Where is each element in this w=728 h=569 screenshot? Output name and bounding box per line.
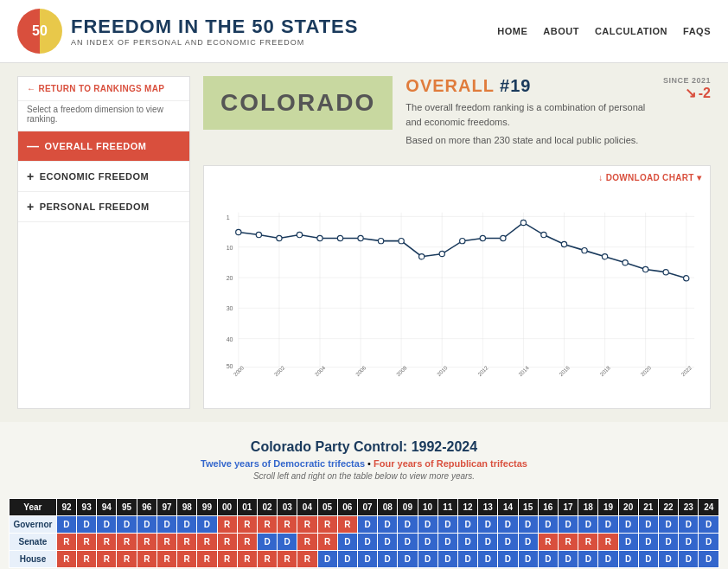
year-header-17: 17	[558, 498, 578, 515]
svg-point-50	[520, 220, 526, 225]
year-header-16: 16	[538, 498, 558, 515]
party-cell: D	[418, 515, 437, 533]
overall-desc1: The overall freedom ranking is a combina…	[406, 100, 650, 129]
party-cell: R	[117, 550, 137, 567]
party-cell: R	[278, 550, 297, 567]
sidebar-item-economic[interactable]: + ECONOMIC FREEDOM	[18, 162, 189, 192]
party-cell: D	[357, 515, 377, 533]
svg-text:2016: 2016	[558, 364, 571, 377]
party-cell: D	[679, 550, 699, 567]
party-cell: D	[658, 515, 678, 533]
party-cell: D	[398, 533, 418, 550]
svg-text:2018: 2018	[598, 364, 611, 377]
sidebar-item-personal[interactable]: + PERSONAL FREEDOM	[18, 192, 189, 222]
nav-links: HOME ABOUT CALCULATION FAQS	[497, 26, 711, 36]
party-cell: D	[658, 550, 678, 567]
svg-point-51	[541, 232, 546, 237]
svg-point-54	[602, 253, 607, 259]
nav-home[interactable]: HOME	[497, 26, 527, 36]
svg-point-55	[623, 259, 628, 265]
party-cell: R	[156, 550, 176, 567]
party-cell: D	[457, 533, 477, 550]
nav-about[interactable]: ABOUT	[543, 26, 579, 36]
party-cell: D	[418, 533, 437, 550]
year-header-06: 06	[337, 498, 357, 515]
overall-desc2: Based on more than 230 state and local p…	[406, 133, 650, 148]
party-cell: R	[77, 550, 97, 567]
party-cell: D	[699, 533, 719, 550]
party-cell: D	[638, 533, 658, 550]
party-cell: R	[337, 515, 357, 533]
party-cell: D	[578, 550, 598, 567]
sidebar-overall-label: OVERALL FREEDOM	[45, 141, 147, 151]
svg-text:2010: 2010	[436, 364, 449, 377]
party-cell: R	[538, 533, 558, 550]
party-cell: R	[237, 533, 257, 550]
nav-calculation[interactable]: CALCULATION	[595, 26, 667, 36]
svg-text:2020: 2020	[639, 364, 652, 377]
row-label-senate: Senate	[10, 533, 57, 550]
party-cell: R	[56, 533, 76, 550]
state-header: COLORADO OVERALL #19 The overall freedom…	[203, 76, 711, 157]
party-cell: D	[518, 515, 538, 533]
party-cell: D	[679, 515, 699, 533]
svg-point-45	[419, 253, 425, 259]
party-cell: R	[97, 550, 117, 567]
site-subtitle: AN INDEX OF PERSONAL AND ECONOMIC FREEDO…	[71, 38, 358, 47]
party-cell: D	[558, 515, 578, 533]
party-cell: R	[237, 550, 257, 567]
year-header-14: 14	[498, 498, 518, 515]
party-cell: D	[378, 515, 398, 533]
since-value: ↘ -2	[663, 85, 711, 101]
year-header-96: 96	[137, 498, 156, 515]
sidebar-item-overall[interactable]: — OVERALL FREEDOM	[18, 131, 189, 162]
party-cell: D	[117, 515, 137, 533]
top-nav: 50 FREEDOM IN THE 50 STATES AN INDEX OF …	[0, 0, 728, 63]
party-cell: D	[457, 550, 477, 567]
party-cell: R	[578, 533, 598, 550]
svg-point-47	[460, 238, 465, 243]
party-cell: R	[317, 515, 337, 533]
download-chart-button[interactable]: ↓ DOWNLOAD CHART ▾	[598, 173, 701, 182]
party-cell: D	[56, 515, 76, 533]
svg-point-41	[337, 235, 342, 240]
party-cell: D	[278, 533, 297, 550]
nav-faqs[interactable]: FAQS	[683, 26, 711, 36]
sidebar-personal-label: PERSONAL FREEDOM	[40, 201, 150, 212]
bullet-separator: •	[367, 458, 374, 469]
year-header-94: 94	[97, 498, 117, 515]
svg-text:2008: 2008	[395, 364, 408, 377]
party-cell: R	[558, 533, 578, 550]
party-cell: R	[297, 533, 317, 550]
party-cell: R	[297, 515, 317, 533]
svg-point-46	[439, 251, 444, 256]
party-cell: D	[618, 533, 638, 550]
svg-point-57	[663, 269, 668, 274]
svg-point-42	[358, 235, 363, 240]
since-label: SINCE 2021	[663, 76, 711, 85]
table-row: GovernorDDDDDDDDRRRRRRRDDDDDDDDDDDDDDDDD…	[10, 515, 719, 533]
party-cell: D	[418, 550, 437, 567]
party-cell: D	[518, 550, 538, 567]
party-cell: D	[378, 533, 398, 550]
party-cell: D	[478, 515, 498, 533]
svg-point-48	[480, 235, 485, 240]
year-header-01: 01	[237, 498, 257, 515]
rep-label: Four years of Republican trifectas	[374, 458, 527, 469]
svg-point-43	[378, 238, 383, 243]
party-cell: D	[538, 515, 558, 533]
party-cell: D	[618, 515, 638, 533]
return-to-rankings-link[interactable]: ← RETURN TO RANKINGS MAP	[27, 84, 164, 93]
svg-point-36	[236, 229, 241, 234]
party-scroll-note: Scroll left and right on the table below…	[17, 471, 711, 481]
svg-text:2014: 2014	[517, 364, 530, 377]
party-subtitle: Twelve years of Democratic trifectas • F…	[17, 458, 711, 469]
party-cell: D	[97, 515, 117, 533]
party-cell: R	[217, 550, 237, 567]
sidebar-instruction: Select a freedom dimension to view ranki…	[18, 101, 189, 131]
year-header-98: 98	[177, 498, 197, 515]
party-cell: R	[598, 533, 618, 550]
party-cell: D	[518, 533, 538, 550]
svg-text:10: 10	[227, 244, 233, 250]
svg-point-53	[582, 247, 587, 253]
